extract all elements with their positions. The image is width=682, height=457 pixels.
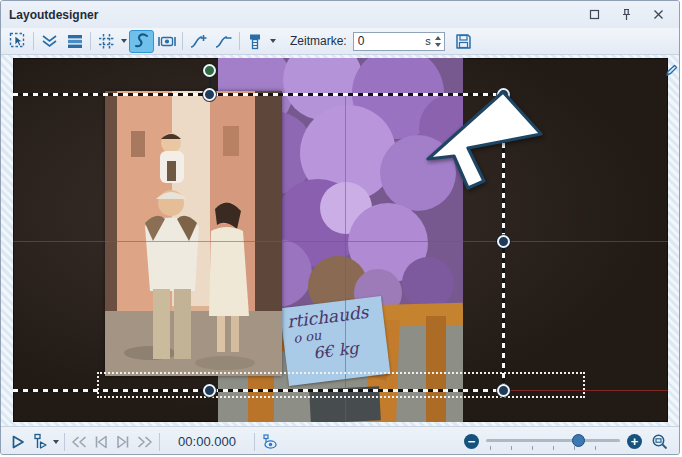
handle-bottom-center[interactable] xyxy=(203,384,216,397)
transport-separator xyxy=(159,433,160,451)
play-from-timemark-icon xyxy=(32,433,48,450)
keyframe-eye-icon xyxy=(260,434,278,450)
handle-mid-right[interactable] xyxy=(497,235,510,248)
fast-forward-button[interactable] xyxy=(134,431,156,453)
remove-curve-point-button[interactable] xyxy=(211,30,236,53)
zeitmarke-spinner xyxy=(434,36,442,47)
rewind-button[interactable] xyxy=(68,431,90,453)
save-icon xyxy=(455,33,472,50)
zoom-slider-track[interactable] xyxy=(486,439,620,442)
zoom-fit-button[interactable] xyxy=(649,431,671,453)
toolbar-separator xyxy=(33,32,34,50)
grid-tool-button[interactable] xyxy=(94,30,119,53)
guide-line-horizontal-1 xyxy=(13,241,668,242)
zeitmarke-input[interactable] xyxy=(358,34,423,48)
close-icon xyxy=(653,9,664,20)
layers-tool-button[interactable] xyxy=(62,30,87,53)
mouse-cursor-arrow xyxy=(416,86,548,204)
object-track-dropdown-caret[interactable] xyxy=(270,39,276,43)
grid-dropdown-caret[interactable] xyxy=(121,39,127,43)
zoom-slider-ticks xyxy=(490,446,616,450)
zoom-slider[interactable] xyxy=(486,433,620,451)
zoom-controls: − + xyxy=(464,431,671,453)
motion-curve-tool-button[interactable] xyxy=(129,30,154,53)
spinner-up-button[interactable] xyxy=(435,36,441,40)
layout-canvas[interactable]: rtichauds o ou 6€ kg xyxy=(13,58,668,422)
rewind-icon xyxy=(70,435,88,449)
play-button[interactable] xyxy=(7,431,29,453)
skip-to-end-icon xyxy=(115,435,131,449)
add-curve-point-button[interactable] xyxy=(186,30,211,53)
fast-forward-icon xyxy=(136,435,154,449)
transport-separator xyxy=(64,433,65,451)
handle-bottom-right[interactable] xyxy=(497,384,510,397)
layoutdesigner-window: Layoutdesigner xyxy=(0,0,680,455)
zoom-slider-thumb[interactable] xyxy=(572,434,585,447)
play-icon xyxy=(10,434,26,450)
spinner-down-button[interactable] xyxy=(435,43,441,47)
keyframe-target-box[interactable] xyxy=(97,372,585,398)
skip-to-start-button[interactable] xyxy=(90,431,112,453)
toolbar-separator xyxy=(182,32,183,50)
camera-icon xyxy=(157,34,177,49)
family-photo-art xyxy=(105,91,282,376)
auto-align-icon xyxy=(41,33,58,49)
add-curve-point-icon xyxy=(189,33,208,49)
zeitmarke-label: Zeitmarke: xyxy=(290,34,347,48)
grid-icon xyxy=(98,33,115,50)
camera-pan-tool-button[interactable] xyxy=(154,30,179,53)
pin-button[interactable] xyxy=(617,7,635,23)
maximize-button[interactable] xyxy=(585,7,603,23)
zoom-out-button[interactable]: − xyxy=(464,434,479,449)
pencil-icon xyxy=(665,64,678,77)
auto-align-tool-button[interactable] xyxy=(37,30,62,53)
object-track-tool-button[interactable] xyxy=(243,30,268,53)
window-title: Layoutdesigner xyxy=(9,8,98,22)
stage: rtichauds o ou 6€ kg xyxy=(1,55,679,426)
layers-icon xyxy=(67,34,83,49)
keyframe-visibility-button[interactable] xyxy=(258,431,280,453)
selection-tool-icon xyxy=(9,32,27,50)
pin-icon xyxy=(621,8,632,21)
rotation-handle[interactable] xyxy=(203,64,216,77)
family-photo[interactable] xyxy=(105,91,282,376)
skip-to-start-icon xyxy=(93,435,109,449)
transport-separator xyxy=(254,433,255,451)
close-button[interactable] xyxy=(649,7,667,23)
play-from-timemark-button[interactable] xyxy=(29,431,51,453)
edit-pencil-button[interactable] xyxy=(665,63,678,81)
save-button[interactable] xyxy=(451,30,476,53)
object-track-icon xyxy=(248,33,264,50)
zeitmarke-field: s xyxy=(353,32,445,51)
zoom-fit-icon xyxy=(651,433,669,451)
selection-tool-button[interactable] xyxy=(5,30,30,53)
timecode-display: 00:00.000 xyxy=(169,434,245,449)
handle-top-center[interactable] xyxy=(203,88,216,101)
zeitmarke-unit: s xyxy=(425,35,431,47)
curve-icon xyxy=(133,33,150,49)
play-options-caret[interactable] xyxy=(53,440,59,444)
maximize-icon xyxy=(589,9,600,20)
zoom-in-button[interactable]: + xyxy=(627,434,642,449)
titlebar: Layoutdesigner xyxy=(1,1,679,28)
transport-bar: 00:00.000 − + xyxy=(1,426,679,455)
remove-curve-point-icon xyxy=(214,33,233,49)
toolbar: Zeitmarke: s xyxy=(1,28,679,55)
toolbar-separator xyxy=(239,32,240,50)
toolbar-separator xyxy=(90,32,91,50)
skip-to-end-button[interactable] xyxy=(112,431,134,453)
